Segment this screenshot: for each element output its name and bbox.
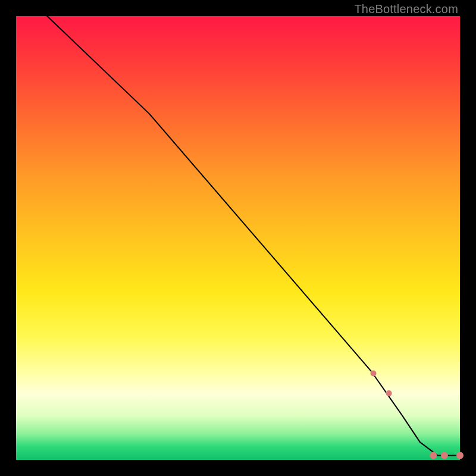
marker-dot xyxy=(430,452,437,459)
marker-dot xyxy=(371,371,377,377)
marker-pill xyxy=(415,438,424,449)
chart-container: TheBottleneck.com xyxy=(0,0,476,476)
marker-pill xyxy=(391,398,400,411)
marker-dot xyxy=(441,452,448,459)
chart-line xyxy=(47,16,460,456)
marker-dot xyxy=(456,452,464,459)
marker-dot xyxy=(386,390,392,396)
watermark-label: TheBottleneck.com xyxy=(354,2,458,16)
chart-markers xyxy=(358,353,464,459)
chart-svg xyxy=(16,16,460,460)
